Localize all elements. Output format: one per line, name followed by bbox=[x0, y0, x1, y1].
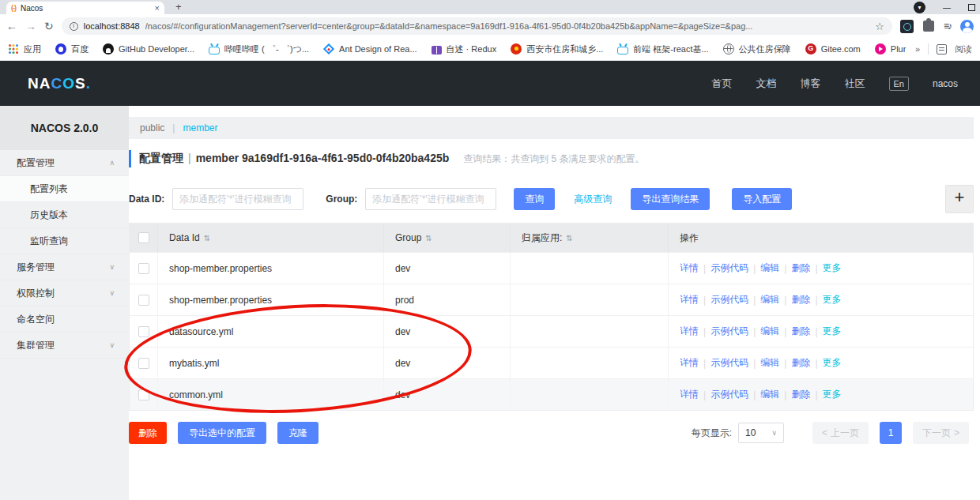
action-edit[interactable]: 编辑 bbox=[760, 356, 779, 370]
sidebar-item-service-management[interactable]: 服务管理∨ bbox=[0, 254, 129, 280]
bookmark-item[interactable]: 前端 框架-react基... bbox=[617, 43, 708, 55]
bookmark-item[interactable]: GitHub Developer... bbox=[103, 43, 194, 55]
sidebar-item-listening-query[interactable]: 监听查询 bbox=[0, 228, 129, 254]
breadcrumb-namespace-public[interactable]: public bbox=[140, 122, 164, 133]
address-field[interactable]: localhost:8848/nacos/#/configurationMana… bbox=[62, 17, 892, 35]
nav-item-community[interactable]: 社区 bbox=[845, 77, 865, 91]
action-delete[interactable]: 删除 bbox=[791, 388, 810, 401]
sidebar-item-cluster-management[interactable]: 集群管理∨ bbox=[0, 333, 129, 359]
bookmark-item[interactable]: 哔哩哔哩 ( ゜- ゜)つ... bbox=[209, 43, 309, 55]
data-id-input[interactable] bbox=[172, 188, 303, 210]
sidebar-item-config-management[interactable]: 配置管理∧ bbox=[0, 150, 129, 176]
bookmark-item[interactable]: Gitee.com bbox=[805, 43, 861, 55]
bookmark-item[interactable]: 百度 bbox=[55, 43, 89, 55]
forward-icon[interactable]: → bbox=[25, 21, 36, 32]
sort-icon[interactable]: ⇅ bbox=[204, 234, 210, 242]
action-sample-code[interactable]: 示例代码 bbox=[710, 293, 748, 306]
nacos-logo[interactable]: NACOS. bbox=[28, 75, 91, 92]
profile-avatar[interactable] bbox=[960, 20, 974, 33]
action-detail[interactable]: 详情 bbox=[680, 293, 699, 306]
row-checkbox[interactable] bbox=[138, 326, 149, 337]
sidebar-item-auth-control[interactable]: 权限控制∨ bbox=[0, 280, 129, 306]
maximize-button[interactable] bbox=[968, 4, 975, 11]
action-sample-code[interactable]: 示例代码 bbox=[710, 356, 748, 370]
action-delete[interactable]: 删除 bbox=[791, 356, 810, 370]
action-more[interactable]: 更多 bbox=[823, 261, 842, 275]
row-checkbox[interactable] bbox=[138, 389, 149, 400]
import-config-button[interactable]: 导入配置 bbox=[732, 188, 792, 210]
nav-item-docs[interactable]: 文档 bbox=[756, 77, 777, 91]
refresh-icon[interactable]: ↻ bbox=[44, 21, 54, 32]
next-page-button[interactable]: 下一页> bbox=[913, 422, 969, 444]
nav-item-home[interactable]: 首页 bbox=[712, 77, 733, 91]
breadcrumb-namespace-member[interactable]: member bbox=[183, 122, 217, 133]
back-icon[interactable]: ← bbox=[6, 21, 17, 32]
action-edit[interactable]: 编辑 bbox=[760, 261, 779, 275]
page-size-select[interactable]: 10∨ bbox=[738, 423, 784, 443]
export-query-results-button[interactable]: 导出查询结果 bbox=[631, 188, 710, 210]
prev-page-button[interactable]: <上一页 bbox=[812, 422, 869, 444]
action-detail[interactable]: 详情 bbox=[680, 388, 699, 401]
bookmark-item[interactable]: 自述 · Redux bbox=[432, 43, 497, 55]
bookmark-item[interactable]: 应用 bbox=[8, 43, 41, 55]
search-button[interactable]: 查询 bbox=[514, 188, 555, 210]
react-devtools-icon[interactable] bbox=[900, 20, 914, 33]
browser-update-icon[interactable]: ▾ bbox=[914, 2, 925, 13]
new-tab-button[interactable]: + bbox=[172, 1, 185, 14]
bookmark-item[interactable]: 公共住房保障 bbox=[723, 43, 791, 55]
action-detail[interactable]: 详情 bbox=[680, 325, 699, 338]
sidebar-item-config-list[interactable]: 配置列表 bbox=[0, 176, 129, 202]
current-page-button[interactable]: 1 bbox=[880, 422, 902, 444]
bookmark-item[interactable]: Pluralsight | The t... bbox=[875, 43, 906, 55]
bookmarks-overflow-icon[interactable]: » bbox=[915, 44, 920, 54]
sort-icon[interactable]: ⇅ bbox=[425, 234, 432, 242]
action-sample-code[interactable]: 示例代码 bbox=[710, 325, 748, 338]
nav-item-blog[interactable]: 博客 bbox=[801, 77, 821, 91]
action-more[interactable]: 更多 bbox=[823, 356, 842, 370]
row-checkbox[interactable] bbox=[138, 295, 149, 306]
action-edit[interactable]: 编辑 bbox=[760, 325, 779, 338]
sidebar-item-label: 集群管理 bbox=[17, 339, 55, 352]
delete-button[interactable]: 删除 bbox=[129, 422, 167, 444]
action-more[interactable]: 更多 bbox=[823, 325, 842, 338]
site-info-icon[interactable] bbox=[70, 22, 78, 31]
export-selected-button[interactable]: 导出选中的配置 bbox=[178, 422, 266, 444]
group-input[interactable] bbox=[365, 188, 496, 210]
language-toggle[interactable]: En bbox=[889, 77, 909, 91]
advanced-query-link[interactable]: 高级查询 bbox=[574, 193, 612, 206]
row-checkbox[interactable] bbox=[138, 263, 149, 274]
sort-icon[interactable]: ⇅ bbox=[566, 234, 572, 242]
action-detail[interactable]: 详情 bbox=[680, 261, 699, 275]
bookmark-star-icon[interactable]: ☆ bbox=[875, 21, 884, 32]
add-config-button[interactable]: + bbox=[945, 185, 974, 213]
action-separator: | bbox=[784, 389, 786, 400]
select-all-checkbox[interactable] bbox=[138, 232, 149, 243]
username[interactable]: nacos bbox=[933, 78, 958, 89]
minimize-button[interactable]: — bbox=[943, 3, 951, 12]
action-detail[interactable]: 详情 bbox=[680, 356, 699, 370]
clone-button[interactable]: 克隆 bbox=[277, 422, 318, 444]
sidebar-item-history-versions[interactable]: 历史版本 bbox=[0, 202, 129, 228]
action-more[interactable]: 更多 bbox=[823, 293, 842, 306]
action-more[interactable]: 更多 bbox=[823, 388, 842, 401]
sidebar-item-namespace[interactable]: 命名空间 bbox=[0, 306, 129, 333]
reading-list-label[interactable]: 阅读 bbox=[955, 43, 972, 55]
browser-tab[interactable]: (-) Nacos × bbox=[6, 2, 164, 14]
action-delete[interactable]: 删除 bbox=[791, 293, 810, 306]
list-music-extension-icon[interactable]: ≡♪ bbox=[944, 21, 951, 32]
tab-close-icon[interactable]: × bbox=[155, 3, 160, 13]
row-checkbox[interactable] bbox=[138, 358, 149, 369]
extensions-puzzle-icon[interactable] bbox=[923, 21, 934, 32]
action-sample-code[interactable]: 示例代码 bbox=[710, 261, 748, 275]
next-arrow-icon: > bbox=[954, 427, 959, 438]
action-delete[interactable]: 删除 bbox=[791, 261, 810, 275]
bookmark-item[interactable]: Ant Design of Rea... bbox=[323, 43, 416, 55]
table-footer: 删除 导出选中的配置 克隆 每页显示: 10∨ <上一页 1 下一页> bbox=[129, 422, 974, 444]
action-edit[interactable]: 编辑 bbox=[760, 388, 779, 401]
action-delete[interactable]: 删除 bbox=[791, 325, 810, 338]
action-edit[interactable]: 编辑 bbox=[760, 293, 779, 306]
action-sample-code[interactable]: 示例代码 bbox=[710, 388, 748, 401]
data-id-cell: mybatis.yml bbox=[158, 348, 384, 378]
reading-list-icon[interactable] bbox=[937, 44, 947, 55]
bookmark-item[interactable]: 西安市住房和城乡... bbox=[511, 43, 603, 55]
